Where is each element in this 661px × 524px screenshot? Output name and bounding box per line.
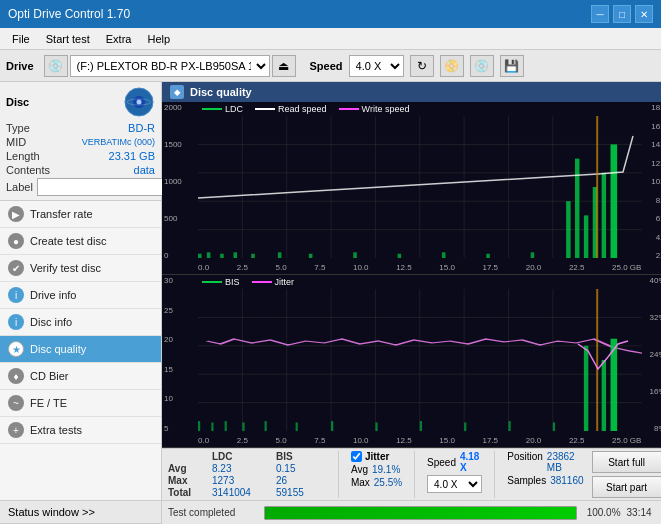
speed-label: Speed xyxy=(310,60,343,72)
svg-rect-59 xyxy=(508,421,510,431)
nav-drive-info[interactable]: i Drive info xyxy=(0,282,161,309)
nav-create-test-disc[interactable]: ● Create test disc xyxy=(0,228,161,255)
label-input[interactable] xyxy=(37,178,172,196)
svg-rect-33 xyxy=(602,173,606,258)
svg-rect-31 xyxy=(584,215,588,258)
svg-rect-30 xyxy=(575,159,579,258)
label-label: Label xyxy=(6,181,33,193)
start-full-button[interactable]: Start full xyxy=(592,451,661,473)
nav-verify-test-disc[interactable]: ✔ Verify test disc xyxy=(0,255,161,282)
position-value: 23862 MB xyxy=(547,451,584,473)
progress-bar-fill xyxy=(265,507,576,519)
drive-info-icon: i xyxy=(8,287,24,303)
charts-area: LDC Read speed Write speed 2000 1500 1 xyxy=(162,102,661,448)
svg-point-2 xyxy=(137,100,142,105)
samples-value: 381160 xyxy=(550,475,583,486)
jitter-checkbox[interactable] xyxy=(351,451,362,462)
svg-rect-19 xyxy=(220,254,224,258)
row-total-ldc: 3141004 xyxy=(212,487,272,498)
stats-divider-3 xyxy=(494,451,495,498)
contents-label: Contents xyxy=(6,164,50,176)
svg-rect-55 xyxy=(331,421,333,431)
jitter-max-label: Max xyxy=(351,477,370,488)
legend-write-speed: Write speed xyxy=(339,104,410,114)
speed-select[interactable]: 4.0 X xyxy=(349,55,404,77)
eject-button[interactable]: ⏏ xyxy=(272,55,296,77)
top-y-axis-right: 18X 16X 14X 12X 10X 8X 6X 4X 2X xyxy=(643,102,661,274)
nav-fe-te[interactable]: ~ FE / TE xyxy=(0,390,161,417)
maximize-button[interactable]: □ xyxy=(613,5,631,23)
length-label: Length xyxy=(6,150,40,162)
legend-jitter: Jitter xyxy=(252,277,295,287)
progress-percent: 100.0% xyxy=(583,507,621,518)
svg-rect-29 xyxy=(566,201,570,258)
ldc-color xyxy=(202,108,222,110)
svg-rect-56 xyxy=(375,422,377,431)
row-total-label: Total xyxy=(168,487,208,498)
jitter-color xyxy=(252,281,272,283)
drive-icon[interactable]: 💿 xyxy=(44,55,68,77)
jitter-avg-value: 19.1% xyxy=(372,464,400,475)
row-max-ldc: 1273 xyxy=(212,475,272,486)
right-content: ◆ Disc quality LDC Read speed xyxy=(162,82,661,524)
refresh-button[interactable]: ↻ xyxy=(410,55,434,77)
chart-title-icon: ◆ xyxy=(170,85,184,99)
menu-start-test[interactable]: Start test xyxy=(38,31,98,47)
col-header-bis: BIS xyxy=(276,451,326,462)
stats-bar: LDC BIS Avg 8.23 0.15 Max 1273 26 Total … xyxy=(162,448,661,500)
bottom-y-axis-right: 40% 32% 24% 16% 8% xyxy=(643,275,661,447)
nav-disc-info[interactable]: i Disc info xyxy=(0,309,161,336)
menu-extra[interactable]: Extra xyxy=(98,31,140,47)
position-row: Position 23862 MB xyxy=(507,451,583,473)
menu-bar: File Start test Extra Help xyxy=(0,28,661,50)
nav-transfer-rate[interactable]: ▶ Transfer rate xyxy=(0,201,161,228)
jitter-max-value: 25.5% xyxy=(374,477,402,488)
svg-rect-24 xyxy=(353,252,357,258)
nav-disc-quality-label: Disc quality xyxy=(30,343,86,355)
jitter-max-row: Max 25.5% xyxy=(351,477,402,488)
svg-rect-23 xyxy=(309,254,313,258)
read-speed-color xyxy=(255,108,275,110)
legend-bis: BIS xyxy=(202,277,240,287)
nav-cd-bier[interactable]: ♦ CD Bier xyxy=(0,363,161,390)
menu-file[interactable]: File xyxy=(4,31,38,47)
svg-rect-53 xyxy=(265,421,267,431)
cd-bier-icon: ♦ xyxy=(8,368,24,384)
disc-button2[interactable]: 💿 xyxy=(470,55,494,77)
create-test-disc-icon: ● xyxy=(8,233,24,249)
stats-table: LDC BIS Avg 8.23 0.15 Max 1273 26 Total … xyxy=(168,451,326,498)
svg-rect-27 xyxy=(486,254,490,258)
nav-transfer-rate-label: Transfer rate xyxy=(30,208,93,220)
title-bar: Opti Drive Control 1.70 ─ □ ✕ xyxy=(0,0,661,28)
svg-rect-58 xyxy=(464,422,466,431)
svg-rect-28 xyxy=(531,252,535,258)
menu-help[interactable]: Help xyxy=(139,31,178,47)
samples-label: Samples xyxy=(507,475,546,486)
status-window-button[interactable]: Status window >> xyxy=(0,501,161,524)
nav-extra-tests[interactable]: + Extra tests xyxy=(0,417,161,444)
jitter-checkbox-row[interactable]: Jitter xyxy=(351,451,402,462)
speed-dropdown[interactable]: 4.0 X xyxy=(427,475,482,493)
save-button[interactable]: 💾 xyxy=(500,55,524,77)
disc-info-icon: i xyxy=(8,314,24,330)
buttons-section: Start full Start part xyxy=(592,451,661,498)
start-part-button[interactable]: Start part xyxy=(592,476,661,498)
bottom-x-axis: 0.0 2.5 5.0 7.5 10.0 12.5 15.0 17.5 20.0… xyxy=(198,436,642,445)
verify-test-disc-icon: ✔ xyxy=(8,260,24,276)
svg-rect-49 xyxy=(198,421,200,431)
chart-bottom-legend: BIS Jitter xyxy=(202,277,294,287)
speed-section: Speed 4.18 X 4.0 X xyxy=(427,451,482,493)
top-x-axis: 0.0 2.5 5.0 7.5 10.0 12.5 15.0 17.5 20.0… xyxy=(198,263,642,272)
sidebar-bottom: Status window >> xyxy=(0,500,161,524)
disc-button1[interactable]: 📀 xyxy=(440,55,464,77)
drive-select[interactable]: (F:) PLEXTOR BD-R PX-LB950SA 1.06 xyxy=(70,55,270,77)
nav-disc-quality[interactable]: ★ Disc quality xyxy=(0,336,161,363)
chart-top-legend: LDC Read speed Write speed xyxy=(202,104,409,114)
contents-value: data xyxy=(134,164,155,176)
close-button[interactable]: ✕ xyxy=(635,5,653,23)
progress-bar xyxy=(264,506,577,520)
minimize-button[interactable]: ─ xyxy=(591,5,609,23)
legend-ldc: LDC xyxy=(202,104,243,114)
svg-rect-63 xyxy=(602,360,606,431)
nav-extra-tests-label: Extra tests xyxy=(30,424,82,436)
